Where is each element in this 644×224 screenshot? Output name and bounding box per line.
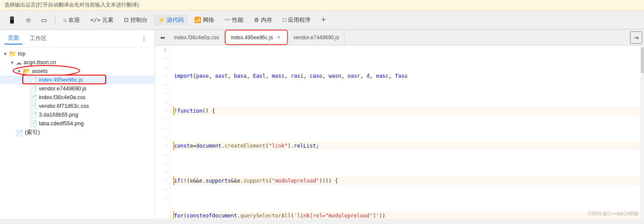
tree-item-vendor-js[interactable]: 📄 vendor.e7449690.js xyxy=(0,84,154,93)
tab-vendor-js[interactable]: vendor.e7449690.js xyxy=(288,30,345,45)
toolbar-sep-1 xyxy=(55,15,55,25)
js-icon-index: 📄 xyxy=(30,76,37,83)
plus-icon: + xyxy=(321,15,326,24)
tree-label-png1: 3.da168b55.png xyxy=(39,112,78,118)
arrow-top: ▼ xyxy=(2,52,9,56)
memory-label: 内存 xyxy=(261,16,272,24)
code-line-2: !function() { xyxy=(173,107,641,115)
top-toolbar: 📱 ⎋ ▭ ⌂ 欢迎 </> 元素 ⊡ 控制台 ⚡ 源代码 📶 网络 〰 性能 … xyxy=(0,10,644,30)
tab-index-js[interactable]: index.495ee96c.js ✕ xyxy=(225,30,288,45)
folder-icon-top: 📁 xyxy=(9,50,16,57)
toolbar-sidebar-toggle[interactable]: ▭ xyxy=(37,14,51,26)
sources-label: 源代码 xyxy=(167,16,184,24)
code-area: ⬅ index.f36c4e0a.css index.495ee96c.js ✕… xyxy=(155,30,644,219)
sidebar-tab-page[interactable]: 页面 xyxy=(4,32,23,45)
css-icon-vendor: 📄 xyxy=(30,103,37,110)
network-label: 网络 xyxy=(203,16,214,24)
code-scroll[interactable]: 1 - - - - - - - - - - - - - - - - - xyxy=(155,45,644,219)
sidebar-more-options[interactable]: ⋮ xyxy=(138,34,150,44)
code-line-3: const e = document.createElement("link")… xyxy=(173,141,641,150)
folder-open-icon-assets: 📂 xyxy=(23,68,30,75)
welcome-label: 欢迎 xyxy=(69,16,80,24)
performance-icon: 〰 xyxy=(225,17,230,23)
elements-label: 元素 xyxy=(102,16,113,24)
file-tab-bar: ⬅ index.f36c4e0a.css index.495ee96c.js ✕… xyxy=(155,30,644,45)
toolbar-more[interactable]: + xyxy=(317,14,330,26)
toolbar-device-mobile[interactable]: 📱 xyxy=(3,14,21,26)
toolbar-inspect[interactable]: ⎋ xyxy=(22,14,35,25)
page-icon-suoyin: 📄 xyxy=(16,129,23,136)
page-icon-vendor-js: 📄 xyxy=(30,85,37,92)
sidebar-tree: ▼ 📁 top ▼ ☁ acgn.ttson.cn ▼ 📂 assets xyxy=(0,48,154,219)
tree-item-vendor-css[interactable]: 📄 vendor.6f71d63c.css xyxy=(0,102,154,110)
vertical-scrollbar-thumb[interactable] xyxy=(641,47,644,73)
toolbar-application[interactable]: □ 应用程序 xyxy=(278,14,315,26)
tree-item-assets[interactable]: ▼ 📂 assets xyxy=(0,67,154,76)
tree-item-index-js[interactable]: 📄 index.495ee96c.js xyxy=(0,76,154,84)
cloud-icon: ☁ xyxy=(16,59,22,66)
tree-label-index-css: index.f36c4e0a.css xyxy=(39,94,86,100)
sidebar-tab-workspace[interactable]: 工作区 xyxy=(26,33,50,44)
toolbar-sources[interactable]: ⚡ 源代码 xyxy=(154,14,188,26)
arrow-domain: ▼ xyxy=(9,60,16,65)
tree-item-index[interactable]: 📄 (索引) xyxy=(0,128,154,137)
application-label: 应用程序 xyxy=(288,16,311,24)
console-label: 控制台 xyxy=(130,16,147,24)
mobile-icon: 📱 xyxy=(8,16,16,24)
arrow-assets: ▼ xyxy=(16,69,23,74)
tree-label-assets: assets xyxy=(32,68,48,74)
tooltip-bar: 选择输出运言(打开自动翻译会先对当前输入文本进行翻译). xyxy=(0,0,644,10)
code-line-4: if (!(e && e.supports && e.supports("mod… xyxy=(173,176,641,185)
sidebar: 页面 工作区 ⋮ ▼ 📁 top ▼ ☁ acgn.ttson.cn xyxy=(0,30,155,219)
tree-label-png2: laba.cdedf554.png xyxy=(39,121,84,127)
performance-label: 性能 xyxy=(232,16,243,24)
code-line-1: import {p as e, a as t, b as a, E as l, … xyxy=(174,72,641,80)
png-icon-1: 📄 xyxy=(30,111,37,118)
main-layout: 页面 工作区 ⋮ ▼ 📁 top ▼ ☁ acgn.ttson.cn xyxy=(0,30,644,219)
code-line-5: for (const e of document.querySelectorAl… xyxy=(173,211,641,219)
tab-label-vendor-js: vendor.e7449690.js xyxy=(293,34,339,41)
tree-item-domain[interactable]: ▼ ☁ acgn.ttson.cn xyxy=(0,58,154,67)
tree-item-png2[interactable]: 📄 laba.cdedf554.png xyxy=(0,119,154,128)
tree-label-domain: acgn.ttson.cn xyxy=(24,59,56,65)
tree-label-top: top xyxy=(18,51,25,57)
tab-index-css[interactable]: index.f36c4e0a.css xyxy=(169,30,225,45)
console-icon: ⊡ xyxy=(124,17,129,23)
application-icon: □ xyxy=(283,17,286,23)
toolbar-welcome[interactable]: ⌂ 欢迎 xyxy=(59,14,84,26)
tab-nav-back[interactable]: ⬅ xyxy=(157,31,169,44)
toolbar-memory[interactable]: ⚙ 内存 xyxy=(250,14,277,26)
toolbar-console[interactable]: ⊡ 控制台 xyxy=(120,14,152,26)
sidebar-header: 页面 工作区 ⋮ xyxy=(0,30,154,48)
code-content: import {p as e, a as t, b as a, E as l, … xyxy=(171,45,644,219)
network-icon: 📶 xyxy=(194,17,201,23)
watermark: CSDN @C++&&C#萌新 xyxy=(588,210,639,217)
tree-label-suoyin: (索引) xyxy=(25,129,40,136)
tab-dock-right[interactable]: ⇥ xyxy=(630,31,642,44)
css-icon-index: 📄 xyxy=(30,94,37,101)
welcome-icon: ⌂ xyxy=(63,17,67,23)
vertical-scrollbar-track[interactable] xyxy=(641,45,644,219)
inspect-icon: ⎋ xyxy=(27,16,31,24)
tree-label-index-js: index.495ee96c.js xyxy=(39,77,83,83)
toolbar-performance[interactable]: 〰 性能 xyxy=(220,14,248,26)
tree-label-vendor-js: vendor.e7449690.js xyxy=(39,86,86,92)
png-icon-2: 📄 xyxy=(30,120,37,127)
toolbar-elements[interactable]: </> 元素 xyxy=(86,14,118,26)
tab-label-index-js: index.495ee96c.js xyxy=(231,34,273,41)
tree-item-index-css[interactable]: 📄 index.f36c4e0a.css xyxy=(0,93,154,102)
elements-icon: </> xyxy=(90,17,100,23)
sources-icon: ⚡ xyxy=(158,17,165,23)
tree-item-png1[interactable]: 📄 3.da168b55.png xyxy=(0,110,154,119)
tab-close-index-js[interactable]: ✕ xyxy=(275,34,282,41)
line-numbers: 1 - - - - - - - - - - - - - - - - - xyxy=(155,45,171,219)
tree-item-top[interactable]: ▼ 📁 top xyxy=(0,49,154,58)
toolbar-network[interactable]: 📶 网络 xyxy=(190,14,219,26)
sidebar-icon: ▭ xyxy=(41,16,47,24)
memory-icon: ⚙ xyxy=(254,17,259,23)
tooltip-text: 选择输出运言(打开自动翻译会先对当前输入文本进行翻译). xyxy=(4,1,140,9)
tab-label-index-css: index.f36c4e0a.css xyxy=(174,34,219,41)
tree-label-vendor-css: vendor.6f71d63c.css xyxy=(39,103,89,109)
